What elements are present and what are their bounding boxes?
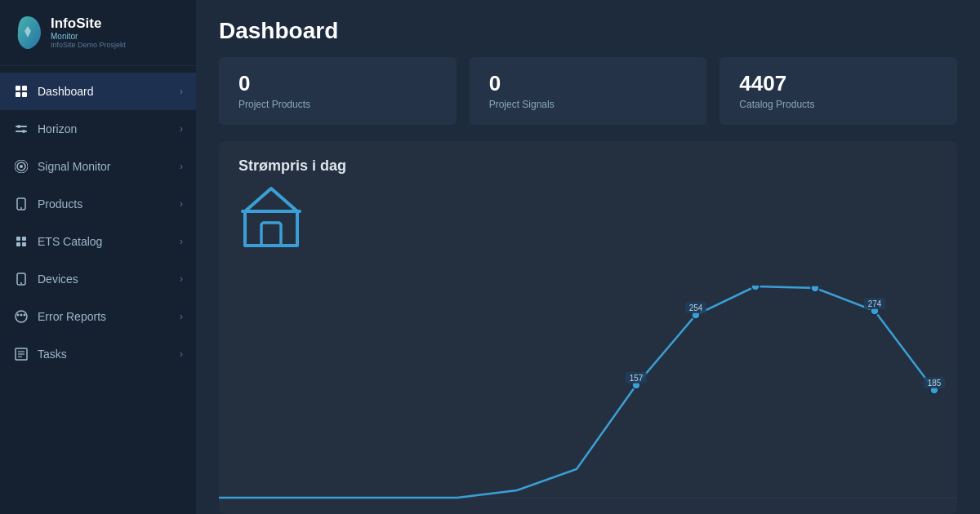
sidebar-item-horizon[interactable]: Horizon › — [0, 110, 196, 148]
stat-value: 0 — [489, 72, 688, 95]
chart-value-label: 157 — [630, 374, 644, 383]
sidebar-item-label: Dashboard — [38, 85, 94, 98]
sidebar-item-label: Products — [38, 197, 82, 210]
sidebar-item-ets-catalog[interactable]: ETS Catalog › — [0, 223, 196, 260]
sidebar-item-products[interactable]: Products › — [0, 185, 196, 223]
sidebar-item-devices[interactable]: Devices › — [0, 260, 196, 298]
stats-row: 0 Project Products 0 Project Signals 440… — [196, 57, 980, 141]
house-icon — [238, 182, 304, 251]
sidebar-item-label: Horizon — [38, 122, 77, 135]
svg-point-7 — [22, 130, 25, 133]
chart-section: Strømpris i dag 157 — [219, 141, 957, 514]
svg-point-20 — [17, 314, 20, 317]
chart-svg: 157 254 295 292 274 185 — [219, 286, 957, 514]
chart-value-label: 254 — [689, 304, 703, 312]
page-title: Dashboard — [219, 18, 957, 44]
chevron-icon: › — [180, 236, 183, 247]
tasks-icon — [13, 346, 29, 362]
sidebar-item-tasks[interactable]: Tasks › — [0, 335, 196, 373]
svg-rect-13 — [16, 237, 20, 241]
stat-value: 4407 — [739, 72, 938, 95]
chevron-icon: › — [180, 161, 183, 172]
svg-point-22 — [24, 314, 26, 317]
grid-icon — [13, 83, 29, 100]
stat-card-project-products: 0 Project Products — [219, 57, 457, 125]
app-monitor: Monitor — [51, 32, 126, 41]
logo-text: InfoSite Monitor InfoSite Demo Prosjekt — [51, 16, 126, 49]
svg-point-12 — [20, 207, 22, 209]
svg-rect-3 — [22, 92, 27, 97]
page-header: Dashboard — [196, 0, 980, 57]
sidebar-item-error-reports[interactable]: Error Reports › — [0, 298, 196, 335]
chevron-icon: › — [180, 311, 183, 322]
svg-point-19 — [16, 311, 27, 322]
svg-rect-16 — [22, 242, 26, 246]
svg-rect-14 — [22, 237, 26, 241]
svg-point-8 — [20, 165, 23, 168]
sidebar: InfoSite Monitor InfoSite Demo Prosjekt … — [0, 0, 196, 514]
sidebar-item-dashboard[interactable]: Dashboard › — [0, 73, 196, 110]
svg-rect-28 — [261, 223, 281, 246]
svg-rect-1 — [22, 86, 27, 91]
sidebar-nav: Dashboard › Horizon › — [0, 73, 196, 373]
svg-rect-2 — [16, 92, 20, 97]
chevron-icon: › — [180, 198, 183, 210]
signal-icon — [13, 158, 29, 175]
stat-card-project-signals: 0 Project Signals — [470, 57, 707, 125]
sidebar-item-label: Error Reports — [38, 310, 106, 323]
chevron-icon: › — [180, 86, 183, 97]
main-content: Dashboard 0 Project Products 0 Project S… — [196, 0, 980, 514]
chevron-icon: › — [180, 123, 183, 135]
stat-value: 0 — [238, 72, 437, 95]
app-name: InfoSite — [51, 16, 126, 32]
stat-label: Catalog Products — [739, 99, 938, 110]
chart-dot — [811, 286, 819, 292]
stat-label: Project Signals — [489, 99, 688, 110]
app-tagline: InfoSite Demo Prosjekt — [51, 41, 126, 49]
stat-card-catalog-products: 4407 Catalog Products — [719, 57, 957, 125]
sidebar-item-label: ETS Catalog — [38, 235, 102, 248]
sidebar-item-label: Signal Monitor — [38, 160, 111, 173]
chart-line — [219, 286, 934, 498]
device-icon — [13, 271, 29, 287]
logo-icon — [13, 15, 42, 51]
chart-value-label: 274 — [868, 299, 882, 308]
svg-rect-15 — [16, 242, 20, 246]
chart-title: Strømpris i dag — [238, 157, 938, 175]
svg-rect-0 — [16, 86, 20, 91]
logo-area: InfoSite Monitor InfoSite Demo Prosjekt — [0, 0, 196, 66]
chevron-icon: › — [180, 348, 183, 360]
stat-label: Project Products — [238, 99, 437, 110]
svg-rect-33 — [804, 286, 826, 286]
sidebar-item-label: Devices — [38, 273, 78, 286]
svg-point-21 — [20, 314, 23, 317]
catalog-icon — [13, 233, 29, 250]
chart-dot — [751, 286, 760, 290]
phone-icon — [13, 196, 29, 212]
svg-point-18 — [20, 282, 22, 284]
chart-value-label: 185 — [928, 379, 942, 388]
house-icon-container — [238, 182, 304, 255]
svg-point-6 — [17, 125, 20, 128]
sliders-icon — [13, 121, 29, 137]
error-icon — [13, 308, 29, 325]
chevron-icon: › — [180, 273, 183, 285]
sidebar-item-label: Tasks — [38, 348, 67, 361]
sidebar-item-signal-monitor[interactable]: Signal Monitor › — [0, 148, 196, 185]
